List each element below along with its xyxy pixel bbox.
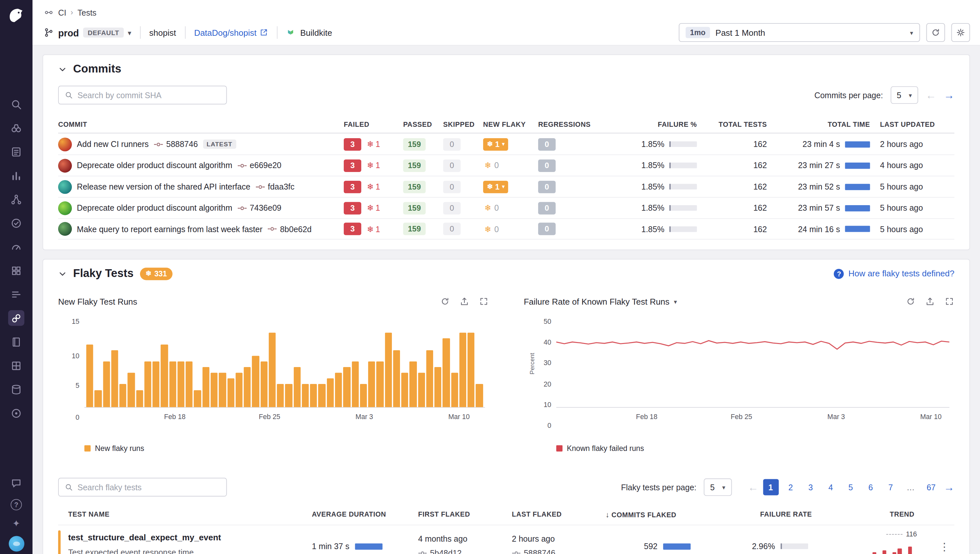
notebooks-icon[interactable] xyxy=(8,334,24,350)
monitors-icon[interactable] xyxy=(8,239,24,255)
chat-icon[interactable] xyxy=(8,475,24,491)
prev-page-arrow[interactable]: ← xyxy=(748,482,759,493)
row-menu-button[interactable]: ⋮ xyxy=(933,525,956,554)
collapse-chevron-icon[interactable] xyxy=(58,65,67,73)
col-failure-pct: FAILURE % xyxy=(614,120,697,128)
failed-badge[interactable]: 3 xyxy=(344,138,361,150)
flaky-help-link[interactable]: ? How are flaky tests defined? xyxy=(834,268,955,279)
first-flaked-sha[interactable]: 5b48d12 xyxy=(418,548,512,554)
passed-badge[interactable]: 159 xyxy=(403,180,426,193)
commit-message[interactable]: Release new version of the shared API in… xyxy=(77,182,251,192)
integrations-icon[interactable] xyxy=(8,263,24,278)
commits-next-page-arrow[interactable]: → xyxy=(943,90,955,101)
page-button[interactable]: 67 xyxy=(923,479,939,495)
datadog-logo[interactable] xyxy=(5,4,27,26)
trend-sparkline: 116 xyxy=(812,525,933,554)
page-button[interactable]: 1 xyxy=(763,479,778,495)
settings-button[interactable] xyxy=(951,23,970,42)
commit-message[interactable]: Make query to report earnings from last … xyxy=(77,224,262,234)
dashboards-icon[interactable] xyxy=(8,358,24,373)
pipeline-breadcrumb-icon xyxy=(44,8,54,18)
commit-sha-link[interactable]: fdaa3fc xyxy=(255,182,295,192)
search-icon[interactable] xyxy=(8,96,24,112)
flaky-search-input[interactable] xyxy=(78,482,221,492)
test-name[interactable]: test_structure_deal_expect_my_event xyxy=(68,533,306,542)
last-flaked-sha[interactable]: 5888746 xyxy=(512,548,606,554)
table-row[interactable]: Make query to report earnings from last … xyxy=(58,218,955,239)
total-time-bar xyxy=(845,205,870,211)
commit-sha-link[interactable]: 5888746 xyxy=(154,139,198,149)
flaky-per-page-select[interactable]: 5 ▾ xyxy=(704,478,732,496)
col-commits-flaked[interactable]: ↓COMMITS FLAKED xyxy=(606,511,700,519)
repo-external-link[interactable]: DataDog/shopist xyxy=(194,28,268,37)
commit-search-input[interactable] xyxy=(78,90,221,100)
security-icon[interactable] xyxy=(8,405,24,421)
passed-badge[interactable]: 159 xyxy=(403,201,426,214)
last-updated: 2 hours ago xyxy=(870,139,955,149)
commit-message[interactable]: Deprecate older product discount algorit… xyxy=(77,203,232,212)
commit-sha-link[interactable]: e669e20 xyxy=(237,161,282,170)
commits-prev-page-arrow[interactable]: ← xyxy=(926,90,937,101)
regressions-badge: 0 xyxy=(538,180,556,193)
chart-settings-icon[interactable] xyxy=(905,297,916,307)
page-button[interactable]: 5 xyxy=(843,479,859,495)
export-icon[interactable] xyxy=(925,297,935,307)
commit-message[interactable]: Add new CI runners xyxy=(77,139,149,149)
passed-badge[interactable]: 159 xyxy=(403,138,426,150)
databases-icon[interactable] xyxy=(8,382,24,397)
pipelines-icon[interactable] xyxy=(8,286,24,302)
table-row[interactable]: test_structure_deal_expect_my_event Test… xyxy=(58,525,955,554)
commit-sha-link[interactable]: 8b0e62d xyxy=(267,224,312,234)
chart-settings-icon[interactable] xyxy=(440,297,450,307)
fullscreen-icon[interactable] xyxy=(479,297,489,307)
failed-flaky-count: 1 xyxy=(375,224,380,234)
page-button[interactable]: 3 xyxy=(803,479,819,495)
help-icon[interactable]: ? xyxy=(11,499,22,511)
service-map-icon[interactable] xyxy=(8,192,24,207)
user-avatar[interactable] xyxy=(8,536,24,551)
export-icon[interactable] xyxy=(460,297,469,307)
refresh-button[interactable] xyxy=(926,23,945,42)
first-flaked: 4 months ago xyxy=(418,534,512,544)
passed-badge[interactable]: 159 xyxy=(403,223,426,235)
failure-pct-bar xyxy=(669,184,697,190)
fullscreen-icon[interactable] xyxy=(944,297,955,307)
col-regressions: REGRESSIONS xyxy=(538,120,614,128)
table-row[interactable]: Add new CI runners 5888746 LATEST 3❄1 15… xyxy=(58,133,955,155)
ci-tests-icon[interactable] xyxy=(8,310,24,326)
page-button[interactable]: 2 xyxy=(783,479,799,495)
table-row[interactable]: Deprecate older product discount algorit… xyxy=(58,197,955,218)
ci-provider[interactable]: Buildkite xyxy=(286,28,332,37)
new-flaky-badge[interactable]: ❄1▾ xyxy=(483,180,508,193)
whats-new-icon[interactable]: ✦ xyxy=(12,519,20,528)
table-row[interactable]: Release new version of the shared API in… xyxy=(58,176,955,197)
search-icon xyxy=(64,91,73,99)
failed-badge[interactable]: 3 xyxy=(344,180,361,193)
page-button[interactable]: 6 xyxy=(863,479,878,495)
default-branch-badge: DEFAULT xyxy=(83,28,124,38)
table-row[interactable]: Deprecate older product discount algorit… xyxy=(58,155,955,176)
page-button[interactable]: 7 xyxy=(883,479,899,495)
time-range-select[interactable]: 1mo Past 1 Month ▾ xyxy=(679,23,920,42)
x-tick: Mar 3 xyxy=(355,413,373,420)
commits-per-page-select[interactable]: 5 ▾ xyxy=(890,86,918,104)
repository-name[interactable]: shopist xyxy=(149,28,176,37)
failed-badge[interactable]: 3 xyxy=(344,159,361,172)
passed-badge[interactable]: 159 xyxy=(403,159,426,172)
breadcrumb-section[interactable]: CI xyxy=(58,8,66,17)
collapse-chevron-icon[interactable] xyxy=(58,269,67,278)
commit-message[interactable]: Deprecate older product discount algorit… xyxy=(77,161,232,170)
metrics-icon[interactable] xyxy=(8,168,24,183)
branch-selector[interactable]: prod DEFAULT ▾ xyxy=(44,27,131,38)
synthetics-icon[interactable] xyxy=(8,215,24,231)
y-tick: 20 xyxy=(533,380,551,388)
logs-icon[interactable] xyxy=(8,144,24,159)
failed-badge[interactable]: 3 xyxy=(344,201,361,214)
page-button[interactable]: 4 xyxy=(823,479,838,495)
failed-badge[interactable]: 3 xyxy=(344,223,361,235)
new-flaky-badge[interactable]: ❄1▾ xyxy=(483,138,508,150)
watchdog-icon[interactable] xyxy=(8,120,24,136)
next-page-arrow[interactable]: → xyxy=(943,482,955,493)
chevron-down-icon[interactable]: ▾ xyxy=(674,298,677,305)
commit-sha-link[interactable]: 7436e09 xyxy=(237,203,282,212)
